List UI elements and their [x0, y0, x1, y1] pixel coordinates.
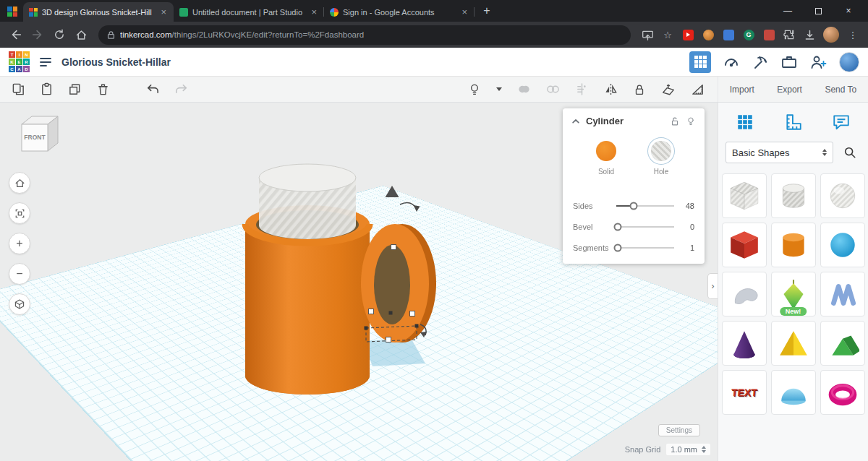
view-cube[interactable]: FRONT — [13, 113, 64, 158]
segments-slider[interactable] — [616, 247, 674, 249]
slider-knob[interactable] — [614, 223, 622, 231]
tinkercad-logo[interactable]: TIN KER CAD — [9, 51, 30, 72]
shape-tile-cylinder[interactable] — [771, 223, 816, 267]
show-all-button[interactable] — [468, 83, 481, 96]
back-button[interactable] — [6, 25, 26, 45]
shape-tile-scribble[interactable] — [722, 272, 767, 316]
maximize-button[interactable] — [803, 0, 833, 22]
extension-button[interactable] — [699, 25, 718, 44]
close-window-button[interactable]: × — [833, 0, 864, 22]
extension-button[interactable] — [719, 25, 738, 44]
redo-button[interactable] — [174, 82, 188, 96]
group-button[interactable] — [517, 82, 531, 96]
mirror-button[interactable] — [604, 82, 618, 96]
lock-shape-button[interactable] — [670, 116, 680, 126]
show-all-caret-icon[interactable] — [496, 87, 502, 91]
tab-close-icon[interactable]: × — [159, 7, 168, 17]
ruler-button[interactable] — [691, 82, 705, 96]
shape-tile-sphere[interactable] — [820, 223, 865, 267]
sides-slider[interactable] — [616, 205, 674, 207]
lock-button[interactable] — [633, 83, 646, 96]
3d-viewport[interactable]: FRONT + − — [0, 103, 718, 461]
hole-cylinder-object[interactable] — [259, 164, 356, 239]
shape-tile-cone[interactable] — [722, 321, 767, 366]
scale-handle[interactable] — [369, 309, 374, 314]
shapes-grid-button[interactable] — [736, 113, 754, 132]
share-button[interactable] — [638, 25, 657, 44]
extensions-menu-button[interactable] — [780, 25, 799, 44]
tab-close-icon[interactable]: × — [460, 7, 469, 17]
design-menu-button[interactable] — [38, 55, 53, 69]
copy-button[interactable] — [12, 82, 25, 96]
shape-category-dropdown[interactable]: Basic Shapes — [726, 142, 833, 163]
selected-cylinder-handle[interactable] — [361, 224, 436, 342]
align-button[interactable] — [575, 82, 589, 96]
move-up-arrow-handle[interactable] — [386, 186, 399, 197]
minecraft-export-button[interactable] — [752, 53, 769, 71]
scale-handle[interactable] — [391, 245, 396, 250]
solid-swatch[interactable]: Solid — [596, 141, 616, 176]
scale-handle[interactable] — [386, 337, 391, 342]
hole-swatch[interactable]: Hole — [651, 141, 671, 176]
extension-button[interactable] — [760, 25, 778, 44]
panel-collapse-toggle[interactable]: › — [707, 273, 718, 299]
account-avatar[interactable] — [839, 52, 859, 72]
send-to-button[interactable]: Send To — [820, 82, 861, 98]
tab-part-studio[interactable]: Untitled document | Part Studio × — [174, 2, 324, 22]
shape-tile-half-sphere[interactable] — [771, 370, 816, 415]
corner-handle[interactable] — [415, 324, 419, 328]
shapes-gallery-button[interactable] — [689, 51, 711, 73]
snap-grid-select[interactable]: 1.0 mm — [666, 444, 710, 455]
browser-menu-button[interactable]: ⋮ — [843, 25, 862, 44]
design-title[interactable]: Glorious Snicket-Hillar — [61, 56, 171, 68]
extension-grammarly[interactable]: G — [739, 25, 758, 44]
shape-tile-hole-sphere[interactable] — [820, 173, 865, 218]
shape-tile-box[interactable] — [722, 223, 767, 267]
sim-lab-button[interactable] — [723, 53, 740, 71]
shape-tile-text[interactable]: TEXT — [722, 370, 767, 415]
bookmark-button[interactable]: ☆ — [658, 25, 677, 44]
minimize-button[interactable]: — — [773, 0, 803, 22]
shape-tile-hole-box[interactable] — [722, 173, 767, 218]
extension-youtube[interactable] — [678, 25, 697, 44]
new-tab-button[interactable]: + — [477, 1, 496, 20]
url-field[interactable]: tinkercad.com/things/2LuRKOvcjKE/edit?re… — [98, 25, 631, 45]
shape-tile-spinning-top[interactable]: New! — [771, 272, 816, 316]
tab-close-icon[interactable]: × — [310, 7, 318, 17]
shape-tile-roof[interactable] — [820, 321, 865, 366]
downloads-button[interactable] — [800, 25, 819, 44]
notes-button[interactable] — [832, 113, 851, 132]
bevel-slider[interactable] — [616, 226, 674, 228]
export-button[interactable]: Export — [773, 82, 807, 98]
tab-google-signin[interactable]: Sign in - Google Accounts × — [324, 2, 475, 22]
class-button[interactable] — [780, 53, 798, 71]
hide-shape-button[interactable] — [686, 116, 696, 126]
settings-button[interactable]: Settings — [658, 424, 700, 436]
shape-tile-hole-cylinder[interactable] — [771, 173, 816, 218]
zoom-out-button[interactable]: − — [9, 263, 30, 285]
fit-view-button[interactable] — [9, 202, 30, 224]
home-view-button[interactable] — [9, 172, 30, 194]
zoom-in-button[interactable]: + — [9, 233, 30, 254]
home-button[interactable] — [71, 25, 91, 45]
perspective-toggle-button[interactable] — [9, 293, 30, 315]
undo-button[interactable] — [146, 82, 160, 96]
paste-button[interactable] — [40, 82, 54, 96]
search-shapes-button[interactable] — [839, 142, 861, 163]
forward-button[interactable] — [27, 25, 48, 45]
slider-knob[interactable] — [614, 244, 622, 252]
tab-tinkercad[interactable]: 3D design Glorious Snicket-Hill × — [23, 2, 174, 22]
shape-tile-torus[interactable] — [820, 370, 865, 415]
duplicate-button[interactable] — [68, 82, 82, 96]
reload-button[interactable] — [49, 25, 69, 45]
shape-tile-extrusion[interactable] — [820, 272, 865, 316]
browser-profile-avatar[interactable] — [823, 27, 839, 43]
shape-tile-pyramid[interactable] — [771, 321, 816, 366]
collapse-inspector-button[interactable] — [571, 117, 580, 126]
import-button[interactable]: Import — [726, 82, 759, 98]
delete-button[interactable] — [96, 82, 110, 96]
corner-handle[interactable] — [365, 327, 368, 330]
workplane-button[interactable] — [661, 82, 676, 96]
ruler-tool-button[interactable] — [784, 113, 803, 132]
center-handle[interactable] — [389, 311, 393, 315]
